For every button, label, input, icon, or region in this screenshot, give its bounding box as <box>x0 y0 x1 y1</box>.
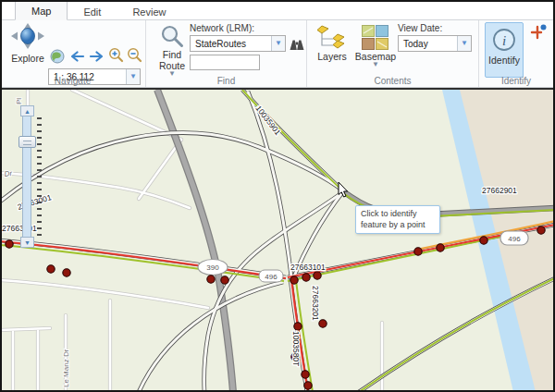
street-label: Pl <box>15 98 23 104</box>
identify-tooltip: Click to identify feature by a point <box>355 205 440 234</box>
find-route-search-button[interactable] <box>288 35 306 53</box>
network-lrm-combo[interactable]: StateRoutes ▼ <box>190 35 286 52</box>
layers-button[interactable]: Layers <box>314 25 350 62</box>
find-group-label: Find <box>146 76 306 86</box>
svg-text:496: 496 <box>508 235 521 243</box>
tab-map[interactable]: Map <box>15 1 68 20</box>
find-route-icon <box>160 24 185 49</box>
identify-route-tool-button[interactable] <box>529 23 548 41</box>
tooltip-line1: Click to identify <box>361 209 435 220</box>
zoom-in-icon <box>108 47 124 63</box>
zoom-slider-ticks <box>37 117 42 238</box>
street-label: Le Manz Dr <box>62 349 70 387</box>
route-label: 1003580T <box>291 331 301 366</box>
navigate-group-label: Navigate <box>0 76 145 86</box>
map-canvas[interactable]: 496 390 496 27663001 27663101 27663101 <box>0 90 555 392</box>
view-date-combo[interactable]: Today ▼ <box>398 35 472 52</box>
view-date-value: Today <box>399 36 457 51</box>
view-date-dropdown-arrow[interactable]: ▼ <box>457 36 471 51</box>
tab-review[interactable]: Review <box>117 3 181 20</box>
identify-route-tool-icon <box>530 24 547 41</box>
group-contents: Layers Basemap ▼ View Date: Today <box>307 20 479 87</box>
svg-text:i: i <box>502 33 506 48</box>
svg-text:390: 390 <box>206 263 219 272</box>
basemap-icon <box>362 25 389 51</box>
forward-arrow-icon <box>89 51 105 62</box>
tab-edit[interactable]: Edit <box>68 3 117 20</box>
globe-icon <box>50 49 65 64</box>
basemap-button[interactable]: Basemap ▼ <box>355 25 396 67</box>
tooltip-line2: feature by a point <box>361 220 435 231</box>
basemap-dropdown-arrow[interactable]: ▼ <box>372 62 379 67</box>
route-input-value <box>191 60 194 70</box>
identify-group-label: Identify <box>479 76 553 86</box>
explore-button[interactable]: Explore <box>7 23 48 64</box>
network-lrm-dropdown-arrow[interactable]: ▼ <box>271 36 285 51</box>
network-lrm-value: StateRoutes <box>191 36 271 51</box>
identify-button-label: Identify <box>488 55 520 66</box>
zoom-out-icon <box>127 47 142 63</box>
contents-group-label: Contents <box>307 76 478 86</box>
find-route-button[interactable]: Find Route ▼ <box>154 24 191 77</box>
group-find: Find Route ▼ Network (LRM): StateRoutes … <box>146 20 307 87</box>
network-lrm-label: Network (LRM): <box>190 23 254 33</box>
map-zoom-slider: ▲ ▼ <box>20 105 34 248</box>
route-input[interactable] <box>190 55 260 70</box>
route-label: 27662901 <box>482 186 517 195</box>
identify-button[interactable]: i Identify <box>485 22 524 78</box>
explore-icon <box>10 23 45 53</box>
zoom-slider-down-button[interactable]: ▼ <box>20 237 34 248</box>
layers-label: Layers <box>317 51 347 62</box>
zoom-slider-up-button[interactable]: ▲ <box>20 105 34 116</box>
zoom-in-button[interactable] <box>106 46 125 64</box>
svg-text:496: 496 <box>265 273 278 281</box>
street-label: Dr <box>4 169 13 178</box>
explore-label: Explore <box>11 53 44 64</box>
identify-icon: i <box>492 27 516 55</box>
full-extent-button[interactable] <box>48 47 67 65</box>
find-route-label-line1: Find <box>163 49 181 60</box>
group-identify: i Identify Identify <box>479 20 553 87</box>
route-label: 27663101 <box>290 263 326 272</box>
map-viewport: 496 390 496 27663001 27663101 27663101 <box>0 88 555 392</box>
binoculars-icon <box>289 37 305 51</box>
ribbon: Map Edit Review Explore <box>0 0 555 88</box>
next-extent-button[interactable] <box>87 47 105 65</box>
route-label: 27663201 <box>311 286 320 321</box>
layers-icon <box>317 25 347 51</box>
zoom-slider-track[interactable] <box>22 116 31 237</box>
previous-extent-button[interactable] <box>68 47 86 65</box>
back-arrow-icon <box>69 51 85 62</box>
group-navigate: Explore <box>0 20 146 87</box>
zoom-slider-handle[interactable] <box>18 136 36 148</box>
zoom-out-button[interactable] <box>125 46 143 64</box>
view-date-label: View Date: <box>398 23 442 33</box>
ribbon-tab-bar: Map Edit Review <box>0 0 555 20</box>
event-editor-window: Map Edit Review Explore <box>0 0 555 392</box>
